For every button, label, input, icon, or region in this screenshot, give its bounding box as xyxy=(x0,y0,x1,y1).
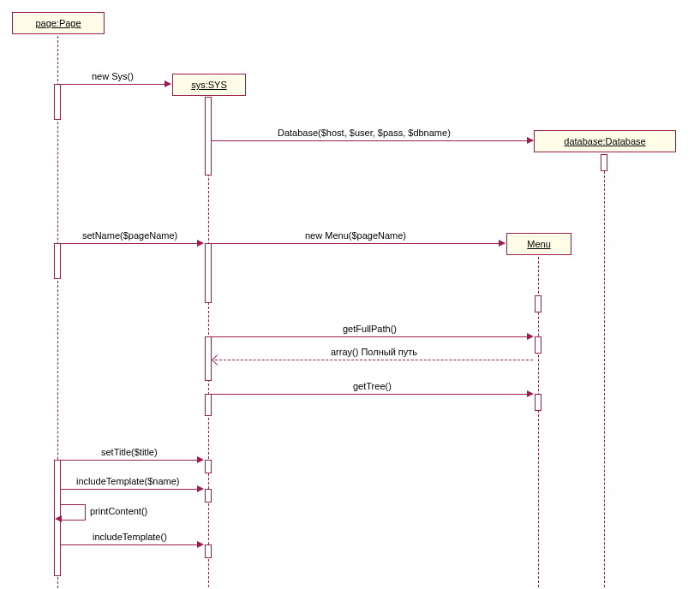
label-printcontent: printContent() xyxy=(90,506,147,516)
activation-menu-3 xyxy=(535,394,541,411)
lifeline-sys: sys:SYS xyxy=(172,74,246,96)
msg-database xyxy=(212,140,533,141)
activation-menu-2 xyxy=(535,336,541,354)
label-settitle: setTitle($title) xyxy=(101,447,158,457)
label-gettree: getTree() xyxy=(353,381,392,391)
lifeline-database: database:Database xyxy=(534,130,676,152)
arrow-new-sys xyxy=(165,80,171,87)
msg-new-menu xyxy=(212,243,505,244)
arrow-gettree xyxy=(527,390,534,397)
activation-sys-5 xyxy=(205,460,212,473)
msg-settitle xyxy=(61,460,202,461)
msg-setname xyxy=(61,243,202,244)
lifeline-menu: Menu xyxy=(506,233,571,255)
msg-new-sys xyxy=(61,84,171,85)
arrow-includetemplate1 xyxy=(197,485,204,492)
msg-return-array xyxy=(215,360,533,360)
arrow-return-array xyxy=(212,354,223,366)
arrow-new-menu xyxy=(499,240,506,247)
arrow-database xyxy=(527,137,534,144)
label-setname: setName($pageName) xyxy=(82,230,177,241)
msg-includetemplate2 xyxy=(61,544,202,545)
label-getfullpath: getFullPath() xyxy=(343,324,397,334)
msg-getfullpath xyxy=(212,336,532,337)
activation-sys-4 xyxy=(205,394,212,416)
activation-menu-1 xyxy=(535,295,541,312)
arrow-includetemplate2 xyxy=(197,541,204,548)
label-new-menu: new Menu($pageName) xyxy=(305,230,406,241)
activation-sys-3 xyxy=(205,336,212,381)
arrow-settitle xyxy=(197,456,204,463)
msg-gettree xyxy=(212,394,532,395)
activation-page-2 xyxy=(54,243,61,279)
activation-sys-1 xyxy=(205,97,212,176)
msg-includetemplate1 xyxy=(61,489,202,490)
lifeline-page: page:Page xyxy=(12,12,105,34)
arrow-setname xyxy=(197,240,204,247)
activation-page-1 xyxy=(54,84,61,120)
activation-sys-2 xyxy=(205,243,212,303)
label-database: Database($host, $user, $pass, $dbname) xyxy=(278,128,451,138)
activation-sys-6 xyxy=(205,489,212,503)
label-includetemplate2: includeTemplate() xyxy=(93,532,167,542)
activation-database-1 xyxy=(601,154,607,171)
label-return-array: array() Полный путь xyxy=(331,347,417,357)
msg-printcontent xyxy=(61,504,86,521)
lifeline-line-database xyxy=(604,154,605,587)
label-new-sys: new Sys() xyxy=(92,71,134,81)
label-includetemplate1: includeTemplate($name) xyxy=(76,476,179,486)
activation-sys-7 xyxy=(205,544,212,558)
arrow-getfullpath xyxy=(527,333,534,340)
arrow-printcontent xyxy=(55,515,62,522)
